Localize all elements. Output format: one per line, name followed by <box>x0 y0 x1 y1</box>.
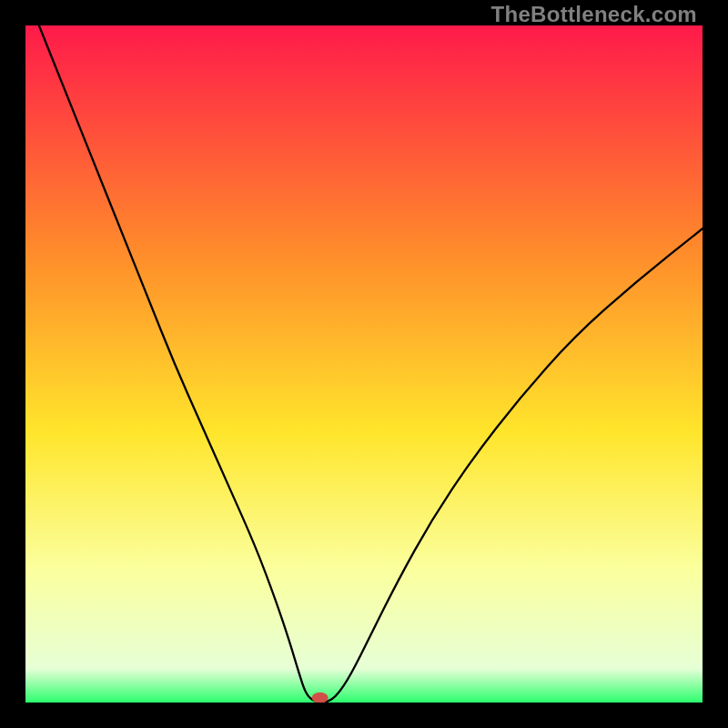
watermark-text: TheBottleneck.com <box>491 2 697 27</box>
chart-frame: TheBottleneck.com <box>0 0 728 728</box>
chart-svg <box>25 25 703 703</box>
chart-plot-area <box>25 25 703 703</box>
gradient-background <box>25 25 703 703</box>
